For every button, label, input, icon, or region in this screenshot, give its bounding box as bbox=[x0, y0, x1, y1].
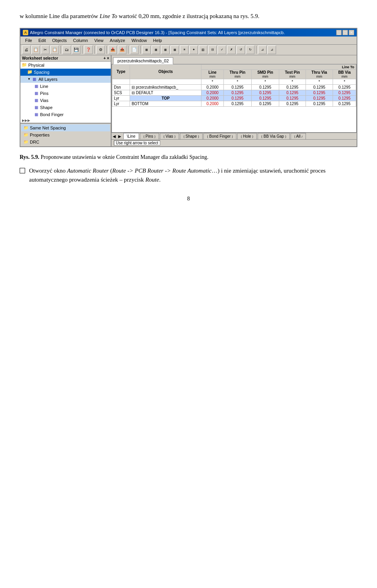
shape-grid-icon: ▦ bbox=[33, 104, 39, 111]
tree-all-layers-label: All Layers bbox=[38, 77, 57, 82]
tree-vias[interactable]: ▦ Vias bbox=[20, 97, 111, 104]
tab-shape[interactable]: ⟨ Shape ⟩ bbox=[180, 133, 203, 139]
tab-bond-finger[interactable]: ⟨ Bond Finger ⟩ bbox=[203, 133, 236, 139]
scs-line[interactable]: 0.2000 bbox=[201, 90, 224, 95]
top-thrupin[interactable]: 0.1295 bbox=[223, 95, 251, 101]
tree-same-net-spacing[interactable]: 📁 Same Net Spacing bbox=[21, 124, 110, 131]
menu-analyze[interactable]: Analyze bbox=[107, 37, 128, 44]
tab-all-label: All bbox=[296, 134, 300, 138]
tab-vias[interactable]: ⟨ Vias ⟩ bbox=[160, 133, 179, 139]
tab-hole[interactable]: ⟨ Hole ⟩ bbox=[237, 133, 257, 139]
menu-bar: File Edit Objects Column View Analyze Wi… bbox=[20, 36, 357, 45]
tb-b1-btn[interactable]: ▦ bbox=[142, 46, 151, 54]
tree-physical-label: Physical bbox=[28, 63, 44, 67]
tree-drc[interactable]: 📁 DRC bbox=[21, 138, 110, 146]
tb-open-btn[interactable]: 🗂 bbox=[62, 46, 71, 54]
tree-pins[interactable]: ▦ Pins bbox=[20, 90, 111, 97]
tab-pins[interactable]: ⟨ Pins ⟩ bbox=[140, 133, 159, 139]
scs-thruvia[interactable]: 0.1295 bbox=[306, 90, 333, 95]
tb-b9-btn[interactable]: ✓ bbox=[218, 46, 226, 54]
tree-bond-finger[interactable]: ▦ Bond Finger bbox=[20, 111, 111, 118]
caption-label: Rys. 5.9. bbox=[20, 154, 39, 160]
tb-save-btn[interactable]: 💾 bbox=[72, 46, 81, 54]
tb-b12-btn[interactable]: ↻ bbox=[246, 46, 254, 54]
tree-shape-label: Shape bbox=[40, 105, 53, 110]
tb-b3-btn[interactable]: ▦ bbox=[161, 46, 170, 54]
tb-help-btn[interactable]: ❓ bbox=[84, 46, 93, 54]
top-smdpin[interactable]: 0.1295 bbox=[251, 95, 279, 101]
table-body: Dsn ⊟ przerzutnikschmittapcb_ 0.2000 0.1… bbox=[112, 84, 356, 106]
tree-properties[interactable]: 📁 Properties bbox=[21, 131, 110, 138]
menu-view[interactable]: View bbox=[91, 37, 107, 44]
tb-extra-btn[interactable]: ⊿ bbox=[267, 46, 276, 54]
menu-help[interactable]: Help bbox=[150, 37, 165, 44]
table-row-lyr-top: Lyr TOP 0.2000 0.1295 0.1295 0.1295 0.12… bbox=[112, 95, 356, 101]
bullet-italic3: Route bbox=[145, 177, 159, 183]
bottom-thruvia[interactable]: 0.1295 bbox=[306, 101, 333, 106]
title-bar: A Allegro Constraint Manager (connected … bbox=[20, 29, 357, 36]
scs-smdpin[interactable]: 0.1295 bbox=[251, 90, 279, 95]
table-row-lyr-bottom: Lyr BOTTOM 0.2000 0.1295 0.1295 0.1295 0… bbox=[112, 101, 356, 106]
tree-spacing[interactable]: 📁 Spacing bbox=[20, 69, 111, 76]
scs-testpin[interactable]: 0.1295 bbox=[279, 90, 306, 95]
tb-b11-btn[interactable]: ↺ bbox=[236, 46, 245, 54]
tree-line[interactable]: ▦ Line bbox=[20, 83, 111, 90]
tab-bb-via-gap[interactable]: ⟨ BB Via Gap ⟩ bbox=[258, 133, 290, 139]
col-bb-via-label: BB Via bbox=[335, 70, 354, 75]
scs-bbvia[interactable]: 0.1295 bbox=[333, 90, 356, 95]
col-smd-pin-header: SMD Pin mm bbox=[251, 69, 279, 79]
tb-filter-btn[interactable]: ⊿ bbox=[258, 46, 267, 54]
maximize-button[interactable]: □ bbox=[342, 30, 348, 35]
menu-window[interactable]: Window bbox=[128, 37, 150, 44]
bottom-thrupin[interactable]: 0.1295 bbox=[223, 101, 251, 106]
top-thruvia[interactable]: 0.1295 bbox=[306, 95, 333, 101]
tb-export-btn[interactable]: 📤 bbox=[118, 46, 126, 54]
menu-file[interactable]: File bbox=[22, 37, 35, 44]
same-net-folder-icon: 📁 bbox=[23, 125, 29, 131]
scroll-left-icon[interactable]: ◀ bbox=[112, 133, 117, 139]
bottom-testpin[interactable]: 0.1295 bbox=[279, 101, 306, 106]
menu-column[interactable]: Column bbox=[70, 37, 91, 44]
tb-b8-btn[interactable]: ⊟ bbox=[208, 46, 217, 54]
tb-b7-btn[interactable]: ⊞ bbox=[199, 46, 207, 54]
tb-b5-btn[interactable]: ☀ bbox=[180, 46, 188, 54]
top-line[interactable]: 0.2000 bbox=[201, 95, 224, 101]
top-testpin[interactable]: 0.1295 bbox=[279, 95, 306, 101]
tb-b4-btn[interactable]: ▦ bbox=[170, 46, 179, 54]
minimize-button[interactable]: _ bbox=[336, 30, 342, 35]
tb-settings-btn[interactable]: ⚙ bbox=[96, 46, 105, 54]
tb-cut-btn[interactable]: ✂ bbox=[41, 46, 49, 54]
tb-print-btn[interactable]: 🖨 bbox=[22, 46, 31, 54]
tree-physical[interactable]: 📁 Physical bbox=[20, 62, 111, 69]
menu-objects[interactable]: Objects bbox=[49, 37, 70, 44]
tb-b10-btn[interactable]: ✗ bbox=[227, 46, 236, 54]
bottom-smdpin[interactable]: 0.1295 bbox=[251, 101, 279, 106]
bottom-bbvia[interactable]: 0.1295 bbox=[333, 101, 356, 106]
top-type: Lyr bbox=[112, 95, 130, 101]
tree-shape[interactable]: ▦ Shape bbox=[20, 104, 111, 111]
tb-paste-btn[interactable]: 📋 bbox=[50, 46, 59, 54]
close-button[interactable]: × bbox=[349, 30, 354, 35]
menu-edit[interactable]: Edit bbox=[35, 37, 49, 44]
tb-b6-btn[interactable]: ✦ bbox=[189, 46, 198, 54]
tree-all-layers[interactable]: ▼ ▦ All Layers bbox=[20, 76, 111, 83]
col-smd-pin-label: SMD Pin bbox=[253, 70, 278, 75]
intro-text1: w kolumnie Line dla parametrów bbox=[20, 13, 100, 19]
bottom-line[interactable]: 0.2000 bbox=[201, 101, 224, 106]
tab-all[interactable]: ⟨ All / bbox=[291, 133, 306, 139]
top-bbvia[interactable]: 0.1295 bbox=[333, 95, 356, 101]
tab-line[interactable]: \Line bbox=[123, 133, 139, 139]
scs-thrupin[interactable]: 0.1295 bbox=[223, 90, 251, 95]
scroll-right-icon[interactable]: ▶ bbox=[117, 133, 123, 139]
expand-icon: ▼ bbox=[27, 77, 31, 81]
tab-active[interactable]: przerzutnikschmittapcb_02 bbox=[113, 57, 173, 64]
bullet-icon bbox=[20, 168, 25, 173]
tree-scroll-bar[interactable]: ▶▶▶ bbox=[20, 118, 111, 123]
bottom-tree: 📁 Same Net Spacing 📁 Properties 📁 DRC bbox=[20, 123, 111, 146]
tb-separator3 bbox=[94, 46, 95, 54]
tb-new-btn[interactable]: 📄 bbox=[130, 46, 139, 54]
tb-import-btn[interactable]: 📥 bbox=[108, 46, 117, 54]
tb-copy-btn[interactable]: 📋 bbox=[31, 46, 40, 54]
tb-b2-btn[interactable]: ▦ bbox=[152, 46, 160, 54]
col-smd-pin-unit: mm bbox=[253, 75, 278, 78]
